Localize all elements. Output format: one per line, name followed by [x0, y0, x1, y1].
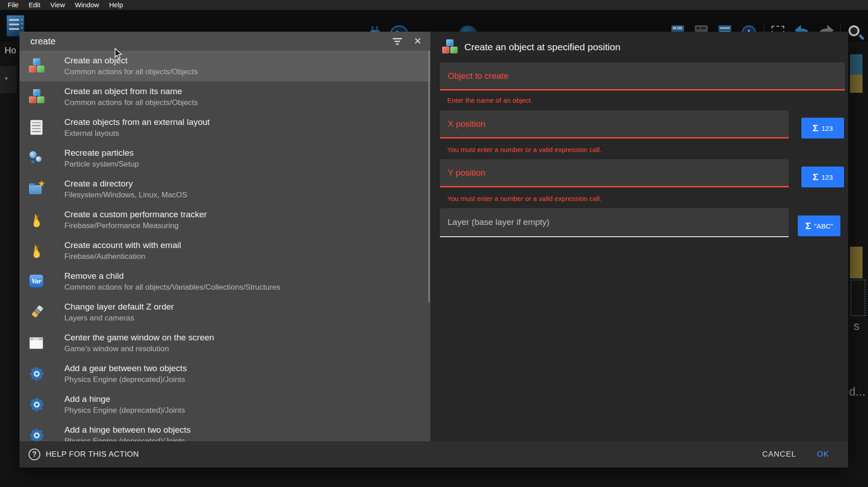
x-position-expression-button[interactable]: Σ123 — [801, 118, 844, 138]
firebase-flame-icon — [29, 243, 45, 259]
background-text-fragment: s — [854, 319, 859, 333]
action-item-group: External layouts — [64, 129, 210, 138]
object-to-create-field[interactable]: Object to create — [440, 62, 845, 91]
action-list-item[interactable]: Add a hingePhysics Engine (deprecated)/J… — [19, 389, 430, 420]
firebase-flame-icon — [29, 212, 45, 228]
action-item-title: Remove a child — [64, 272, 280, 281]
action-item-group: Physics Engine (deprecated)/Joints — [64, 406, 185, 415]
action-item-group: Physics Engine (deprecated)/Joints — [64, 437, 191, 441]
background-scene-block-olive-2 — [850, 247, 863, 278]
x-position-expression-type-label: 123 — [821, 124, 833, 132]
layer-placeholder: Layer (base layer if empty) — [448, 217, 550, 227]
cancel-button[interactable]: CANCEL — [762, 450, 796, 459]
action-title: Create an object at specified position — [464, 42, 620, 53]
action-list-item[interactable]: Create an objectCommon actions for all o… — [19, 51, 430, 81]
var-badge-icon: Var — [29, 273, 45, 290]
y-position-expression-button[interactable]: Σ123 — [801, 167, 844, 187]
x-position-placeholder: X position — [448, 119, 485, 129]
background-scene-block-teal — [850, 54, 863, 75]
gdevelop-window: FileEditViewWindowHelp PREVIEW PUBLISH H… — [0, 0, 868, 487]
action-item-title: Create a custom performance tracker — [64, 210, 207, 220]
action-item-title: Create account with with email — [64, 241, 181, 250]
action-item-title: Change layer default Z order — [64, 302, 174, 312]
objects-cubes-icon — [29, 58, 45, 74]
objects-cubes-icon — [29, 89, 45, 105]
action-list: Create an objectCommon actions for all o… — [19, 51, 430, 441]
background-scene-block-olive — [850, 75, 863, 93]
action-item-group: Particle system/Setup — [64, 160, 139, 169]
background-selection-outline — [851, 280, 865, 316]
ok-button[interactable]: OK — [817, 450, 829, 459]
action-list-item[interactable]: Create an object from its nameCommon act… — [19, 81, 430, 112]
object-to-create-error-text: Enter the name of an object. — [447, 96, 532, 104]
y-position-placeholder: Y position — [448, 168, 485, 178]
menu-edit[interactable]: Edit — [24, 0, 45, 10]
help-icon — [29, 449, 40, 460]
action-item-title: Add a hinge between two objects — [64, 425, 191, 435]
y-position-expression-type-label: 123 — [821, 173, 833, 181]
action-item-title: Add a hinge — [64, 395, 185, 404]
dialog-footer: HELP FOR THIS ACTION CANCEL OK — [19, 441, 848, 468]
filter-icon[interactable] — [392, 37, 402, 45]
sigma-icon: Σ — [813, 123, 819, 134]
sigma-icon: Σ — [805, 220, 811, 231]
menu-file[interactable]: File — [3, 0, 24, 10]
folder-star-icon — [29, 181, 45, 197]
action-item-title: Center the game window on the screen — [64, 333, 214, 343]
instruction-editor-dialog: Create an objectCommon actions for all o… — [19, 32, 848, 468]
action-list-item[interactable]: VarRemove a childCommon actions for all … — [19, 266, 430, 297]
action-search-panel: Create an objectCommon actions for all o… — [19, 32, 430, 441]
action-item-title: Create objects from an external layout — [64, 118, 210, 127]
search-icon[interactable] — [846, 24, 864, 43]
action-item-title: Create an object — [64, 56, 198, 66]
action-list-item[interactable]: Center the game window on the screenGame… — [19, 328, 430, 358]
object-to-create-placeholder: Object to create — [448, 71, 508, 81]
action-item-group: Physics Engine (deprecated)/Joints — [64, 376, 187, 384]
search-header — [19, 32, 430, 51]
particles-icon — [29, 150, 45, 167]
layer-zorder-icon — [29, 304, 45, 320]
action-item-group: Common actions for all objects/Variables… — [64, 283, 280, 292]
physics-gear-icon — [29, 427, 45, 441]
action-item-group: Common actions for all objects/Objects — [64, 68, 198, 76]
y-position-error-text: You must enter a number or a valid expre… — [447, 195, 601, 202]
action-list-item[interactable]: Change layer default Z orderLayers and c… — [19, 297, 430, 328]
physics-gear-icon — [29, 396, 45, 413]
action-item-group: Game's window and resolution — [64, 345, 214, 353]
action-item-group: Filesystem/Windows, Linux, MacOS — [64, 191, 187, 200]
close-icon[interactable] — [412, 36, 423, 47]
action-list-item[interactable]: Create a custom performance trackerFireb… — [19, 205, 430, 235]
menu-view[interactable]: View — [45, 0, 70, 10]
x-position-field[interactable]: X position — [440, 110, 789, 138]
action-item-group: Firebase/Performance Measuring — [64, 222, 207, 230]
y-position-field[interactable]: Y position — [440, 159, 789, 187]
menu-window[interactable]: Window — [70, 0, 104, 10]
menu-help[interactable]: Help — [104, 0, 128, 10]
home-tab-partial: Ho — [5, 45, 16, 56]
layer-expression-button[interactable]: Σ"ABC" — [798, 215, 840, 236]
action-list-item[interactable]: Add a hinge between two objectsPhysics E… — [19, 420, 430, 441]
action-item-title: Create a directory — [64, 179, 187, 189]
action-list-item[interactable]: Create a directoryFilesystem/Windows, Li… — [19, 174, 430, 205]
action-item-group: Common actions for all objects/Objects — [64, 99, 198, 107]
help-button[interactable]: HELP FOR THIS ACTION — [29, 449, 139, 460]
layer-expression-type-label: "ABC" — [814, 222, 833, 230]
layer-field[interactable]: Layer (base layer if empty) — [440, 208, 789, 237]
action-item-title: Create an object from its name — [64, 87, 198, 96]
physics-gear-icon — [29, 366, 45, 382]
sigma-icon: Σ — [813, 172, 819, 182]
search-input[interactable] — [29, 36, 392, 47]
mouse-cursor — [114, 48, 124, 60]
action-list-item[interactable]: Recreate particlesParticle system/Setup — [19, 143, 430, 174]
x-position-error-text: You must enter a number or a valid expre… — [447, 146, 601, 153]
action-item-group: Layers and cameras — [64, 314, 174, 323]
layer-dropdown-partial[interactable] — [0, 66, 17, 93]
list-scrollbar[interactable] — [428, 51, 430, 302]
action-detail-panel: Create an object at specified position O… — [430, 32, 848, 441]
action-list-item[interactable]: Create objects from an external layoutEx… — [19, 112, 430, 143]
action-item-group: Firebase/Authentication — [64, 253, 181, 261]
action-list-item[interactable]: Add a gear between two objectsPhysics En… — [19, 358, 430, 389]
background-text-fragment: d... — [849, 385, 865, 399]
action-item-title: Add a gear between two objects — [64, 364, 187, 373]
action-list-item[interactable]: Create account with with emailFirebase/A… — [19, 235, 430, 266]
